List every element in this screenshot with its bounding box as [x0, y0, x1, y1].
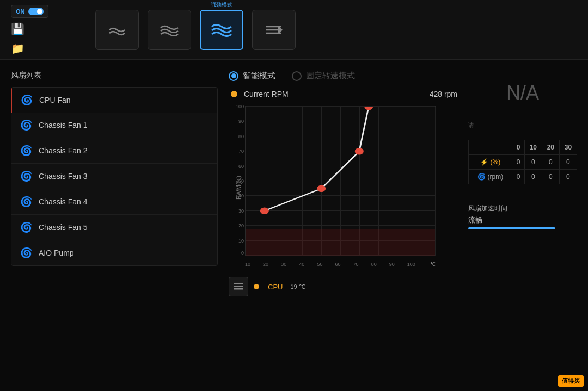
fan-spin-icon-ch4: 🌀 [20, 196, 32, 208]
y-tick-90: 90 [238, 119, 244, 124]
na-display: N/A [468, 71, 577, 115]
fan-name-ch4: Chassis Fan 4 [39, 197, 87, 206]
fan-mode-standard[interactable] [148, 10, 191, 50]
fan-curve-chart-container: PWM(%) [229, 106, 441, 269]
temp-source-label: CPU [268, 283, 283, 291]
chart-svg [246, 107, 435, 256]
fan-item-chassis1[interactable]: 🌀 Chassis Fan 1 [11, 113, 217, 138]
svg-rect-7 [234, 288, 243, 290]
accel-label: 风扇加速时间 [468, 204, 577, 213]
rpm-row: Current RPM 428 rpm [229, 90, 457, 98]
top-bar-left: ON 💾 📁 [11, 5, 48, 55]
fan-name-ch5: Chassis Fan 5 [39, 223, 87, 232]
center-panel: 智能模式 固定转速模式 Current RPM 428 rpm PWM(%) [229, 71, 457, 380]
mode-row: 智能模式 固定转速模式 [229, 71, 457, 81]
fan-item-chassis3[interactable]: 🌀 Chassis Fan 3 [11, 164, 217, 189]
rpm-label: Current RPM [244, 90, 289, 98]
fan-item-cpu[interactable]: 🌀 CPU Fan [11, 87, 217, 113]
temp-list-button[interactable] [229, 277, 248, 296]
fan-spin-icon-ch1: 🌀 [20, 119, 32, 131]
accel-bar [468, 227, 555, 229]
save-icon[interactable]: 💾 [11, 22, 48, 35]
y-tick-50: 50 [238, 178, 244, 184]
mode-smart-option[interactable]: 智能模式 [229, 71, 275, 81]
y-tick-20: 20 [238, 223, 244, 228]
fan-spin-icon-ch2: 🌀 [20, 145, 32, 157]
table-header-30: 30 [559, 140, 577, 154]
left-panel: 风扇列表 🌀 CPU Fan 🌀 Chassis Fan 1 🌀 Chassis… [11, 71, 218, 380]
y-tick-30: 30 [238, 208, 244, 214]
fan-name-ch3: Chassis Fan 3 [39, 172, 87, 181]
fan-name-ch2: Chassis Fan 2 [39, 146, 87, 155]
pwm-val-1: 0 [524, 154, 542, 169]
rpm-val-3: 0 [559, 169, 577, 184]
svg-rect-5 [234, 283, 243, 284]
rpm-value: 428 rpm [430, 90, 457, 98]
fan-spin-icon-aio: 🌀 [20, 247, 32, 259]
table-header-icon [469, 140, 512, 154]
on-off-toggle[interactable]: ON [11, 5, 48, 18]
svg-point-2 [318, 186, 325, 191]
toggle-slider [28, 8, 44, 15]
rpm-val-1: 0 [524, 169, 542, 184]
selected-tab-label: 强劲模式 [211, 1, 232, 9]
table-header-10: 10 [524, 140, 542, 154]
fan-item-chassis4[interactable]: 🌀 Chassis Fan 4 [11, 189, 217, 215]
y-tick-60: 60 [238, 164, 244, 169]
x-tick-20: 20 [263, 262, 268, 267]
table-row-rpm: 🌀 (rpm) 0 0 0 0 [469, 169, 577, 184]
folder-icon[interactable]: 📁 [11, 42, 48, 55]
x-axis-ticks: 10 20 30 40 50 60 70 80 90 100 ℃ [245, 262, 436, 267]
y-tick-70: 70 [238, 148, 244, 154]
mode-fixed-label: 固定转速模式 [306, 71, 355, 81]
fan-list-title: 风扇列表 [11, 71, 218, 80]
x-tick-40: 40 [299, 262, 304, 267]
y-tick-40: 40 [238, 193, 244, 198]
mode-fixed-radio[interactable] [292, 71, 302, 81]
fan-name-ch1: Chassis Fan 1 [39, 121, 87, 129]
temp-source-dot [254, 284, 259, 289]
x-tick-100: 100 [407, 262, 415, 267]
rpm-dot [231, 91, 237, 97]
pwm-val-2: 0 [542, 154, 559, 169]
fan-data-table: 0 10 20 30 ⚡ (%) 0 0 0 0 🌀 (rpm) 0 0 [468, 140, 577, 184]
main-content: 风扇列表 🌀 CPU Fan 🌀 Chassis Fan 1 🌀 Chassis… [0, 60, 588, 391]
fan-mode-fixed[interactable] [252, 10, 296, 50]
fan-list: 🌀 CPU Fan 🌀 Chassis Fan 1 🌀 Chassis Fan … [11, 87, 218, 266]
fan-name-cpu: CPU Fan [39, 96, 71, 104]
toggle-label: ON [16, 8, 25, 15]
rpm-val-2: 0 [542, 169, 559, 184]
x-tick-10: 10 [245, 262, 250, 267]
table-header-0: 0 [512, 140, 524, 154]
right-panel: N/A 请 0 10 20 30 ⚡ (%) 0 0 0 0 [468, 71, 577, 380]
fan-mode-silent[interactable] [95, 10, 139, 50]
svg-point-4 [365, 107, 372, 109]
fan-mode-turbo[interactable]: 强劲模式 [200, 10, 243, 50]
rpm-val-0: 0 [512, 169, 524, 184]
temp-unit-label: ℃ [430, 262, 436, 267]
svg-point-1 [261, 208, 268, 214]
temp-source-value: 19 ℃ [290, 283, 305, 290]
table-header-20: 20 [542, 140, 559, 154]
x-tick-90: 90 [389, 262, 395, 267]
fan-item-aio[interactable]: 🌀 AIO Pump [11, 240, 217, 265]
accel-section: 风扇加速时间 流畅 [468, 198, 577, 229]
fan-item-chassis2[interactable]: 🌀 Chassis Fan 2 [11, 138, 217, 164]
mode-smart-radio[interactable] [229, 71, 238, 81]
temp-source-row: CPU 19 ℃ [229, 277, 457, 296]
y-tick-10: 10 [238, 238, 244, 244]
fan-name-aio: AIO Pump [39, 249, 74, 257]
x-tick-80: 80 [371, 262, 377, 267]
x-tick-30: 30 [281, 262, 286, 267]
x-tick-60: 60 [335, 262, 340, 267]
svg-rect-6 [234, 286, 243, 287]
table-row-pwm: ⚡ (%) 0 0 0 0 [469, 154, 577, 169]
mode-fixed-option[interactable]: 固定转速模式 [292, 71, 355, 81]
pwm-val-0: 0 [512, 154, 524, 169]
y-tick-80: 80 [238, 134, 244, 139]
hint-text: 请 [468, 121, 577, 130]
fan-spin-icon-ch5: 🌀 [20, 221, 32, 233]
chart-area[interactable]: 0 10 20 30 40 50 60 70 80 90 100 [245, 106, 436, 256]
fan-item-chassis5[interactable]: 🌀 Chassis Fan 5 [11, 215, 217, 240]
top-bar: ON 💾 📁 强劲模式 [0, 0, 588, 60]
